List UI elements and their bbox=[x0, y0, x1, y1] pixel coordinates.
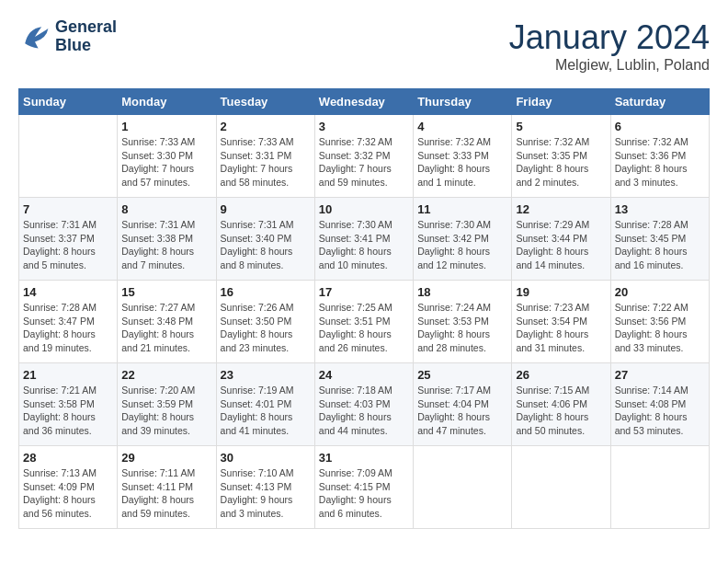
weekday-header-saturday: Saturday bbox=[610, 89, 709, 115]
calendar-cell: 18Sunrise: 7:24 AMSunset: 3:53 PMDayligh… bbox=[414, 281, 512, 363]
calendar-cell: 6Sunrise: 7:32 AMSunset: 3:36 PMDaylight… bbox=[610, 115, 709, 198]
day-number: 13 bbox=[615, 202, 705, 216]
calendar-cell: 27Sunrise: 7:14 AMSunset: 4:08 PMDayligh… bbox=[610, 363, 709, 446]
calendar-cell: 30Sunrise: 7:10 AMSunset: 4:13 PMDayligh… bbox=[216, 446, 314, 529]
day-number: 7 bbox=[23, 202, 113, 216]
weekday-header-wednesday: Wednesday bbox=[314, 89, 413, 115]
calendar-cell: 10Sunrise: 7:30 AMSunset: 3:41 PMDayligh… bbox=[314, 198, 413, 281]
calendar-cell bbox=[19, 115, 118, 198]
weekday-header-sunday: Sunday bbox=[19, 89, 118, 115]
day-number: 25 bbox=[417, 368, 507, 382]
day-number: 21 bbox=[23, 368, 113, 382]
day-number: 24 bbox=[319, 368, 409, 382]
day-number: 26 bbox=[516, 368, 606, 382]
calendar-cell: 15Sunrise: 7:27 AMSunset: 3:48 PMDayligh… bbox=[118, 281, 216, 363]
calendar-cell: 22Sunrise: 7:20 AMSunset: 3:59 PMDayligh… bbox=[118, 363, 216, 446]
calendar-cell: 25Sunrise: 7:17 AMSunset: 4:04 PMDayligh… bbox=[414, 363, 512, 446]
calendar-cell: 31Sunrise: 7:09 AMSunset: 4:15 PMDayligh… bbox=[314, 446, 413, 529]
calendar-cell: 7Sunrise: 7:31 AMSunset: 3:37 PMDaylight… bbox=[19, 198, 118, 281]
calendar-cell: 24Sunrise: 7:18 AMSunset: 4:03 PMDayligh… bbox=[314, 363, 413, 446]
cell-info: Sunrise: 7:24 AMSunset: 3:53 PMDaylight:… bbox=[417, 301, 507, 355]
cell-info: Sunrise: 7:10 AMSunset: 4:13 PMDaylight:… bbox=[221, 466, 311, 521]
day-number: 2 bbox=[221, 120, 311, 133]
calendar-cell bbox=[610, 446, 709, 529]
calendar-body: 1Sunrise: 7:33 AMSunset: 3:30 PMDaylight… bbox=[19, 115, 710, 529]
calendar-cell: 4Sunrise: 7:32 AMSunset: 3:33 PMDaylight… bbox=[414, 115, 512, 198]
cell-info: Sunrise: 7:30 AMSunset: 3:41 PMDaylight:… bbox=[319, 218, 409, 272]
weekday-header-monday: Monday bbox=[118, 89, 216, 115]
cell-info: Sunrise: 7:21 AMSunset: 3:58 PMDaylight:… bbox=[23, 384, 113, 438]
day-number: 29 bbox=[121, 451, 211, 465]
title-block: January 2024 Melgiew, Lublin, Poland bbox=[509, 18, 710, 74]
day-number: 1 bbox=[121, 120, 211, 133]
calendar-cell: 14Sunrise: 7:28 AMSunset: 3:47 PMDayligh… bbox=[19, 281, 118, 363]
calendar-cell: 19Sunrise: 7:23 AMSunset: 3:54 PMDayligh… bbox=[512, 281, 610, 363]
cell-info: Sunrise: 7:22 AMSunset: 3:56 PMDaylight:… bbox=[615, 301, 705, 355]
day-number: 20 bbox=[615, 285, 705, 299]
cell-info: Sunrise: 7:31 AMSunset: 3:40 PMDaylight:… bbox=[221, 218, 311, 272]
logo: General Blue bbox=[18, 18, 117, 55]
day-number: 17 bbox=[319, 285, 409, 299]
cell-info: Sunrise: 7:31 AMSunset: 3:38 PMDaylight:… bbox=[121, 218, 211, 272]
calendar-cell: 29Sunrise: 7:11 AMSunset: 4:11 PMDayligh… bbox=[118, 446, 216, 529]
month-title: January 2024 bbox=[509, 18, 710, 57]
day-number: 12 bbox=[516, 202, 606, 216]
cell-info: Sunrise: 7:18 AMSunset: 4:03 PMDaylight:… bbox=[319, 384, 409, 438]
calendar-cell: 3Sunrise: 7:32 AMSunset: 3:32 PMDaylight… bbox=[314, 115, 413, 198]
calendar-week-row: 14Sunrise: 7:28 AMSunset: 3:47 PMDayligh… bbox=[19, 281, 710, 363]
cell-info: Sunrise: 7:25 AMSunset: 3:51 PMDaylight:… bbox=[319, 301, 409, 355]
page-header: General Blue January 2024 Melgiew, Lubli… bbox=[18, 18, 710, 74]
logo-text: General Blue bbox=[55, 18, 117, 55]
calendar-week-row: 7Sunrise: 7:31 AMSunset: 3:37 PMDaylight… bbox=[19, 198, 710, 281]
day-number: 5 bbox=[516, 120, 606, 133]
calendar-cell: 23Sunrise: 7:19 AMSunset: 4:01 PMDayligh… bbox=[216, 363, 314, 446]
day-number: 18 bbox=[417, 285, 507, 299]
cell-info: Sunrise: 7:27 AMSunset: 3:48 PMDaylight:… bbox=[121, 301, 211, 355]
day-number: 11 bbox=[417, 202, 507, 216]
cell-info: Sunrise: 7:33 AMSunset: 3:30 PMDaylight:… bbox=[121, 135, 211, 190]
day-number: 23 bbox=[221, 368, 311, 382]
calendar-cell: 21Sunrise: 7:21 AMSunset: 3:58 PMDayligh… bbox=[19, 363, 118, 446]
calendar-cell bbox=[414, 446, 512, 529]
cell-info: Sunrise: 7:32 AMSunset: 3:36 PMDaylight:… bbox=[615, 135, 705, 190]
day-number: 15 bbox=[121, 285, 211, 299]
cell-info: Sunrise: 7:32 AMSunset: 3:32 PMDaylight:… bbox=[319, 135, 409, 190]
calendar-cell: 20Sunrise: 7:22 AMSunset: 3:56 PMDayligh… bbox=[610, 281, 709, 363]
calendar-header-row: SundayMondayTuesdayWednesdayThursdayFrid… bbox=[19, 89, 710, 115]
weekday-header-friday: Friday bbox=[512, 89, 610, 115]
day-number: 14 bbox=[23, 285, 113, 299]
cell-info: Sunrise: 7:09 AMSunset: 4:15 PMDaylight:… bbox=[319, 466, 409, 521]
calendar-cell: 16Sunrise: 7:26 AMSunset: 3:50 PMDayligh… bbox=[216, 281, 314, 363]
cell-info: Sunrise: 7:20 AMSunset: 3:59 PMDaylight:… bbox=[121, 384, 211, 438]
cell-info: Sunrise: 7:13 AMSunset: 4:09 PMDaylight:… bbox=[23, 466, 113, 521]
day-number: 3 bbox=[319, 120, 409, 133]
cell-info: Sunrise: 7:17 AMSunset: 4:04 PMDaylight:… bbox=[417, 384, 507, 438]
cell-info: Sunrise: 7:33 AMSunset: 3:31 PMDaylight:… bbox=[221, 135, 311, 190]
day-number: 30 bbox=[221, 451, 311, 465]
calendar-cell: 17Sunrise: 7:25 AMSunset: 3:51 PMDayligh… bbox=[314, 281, 413, 363]
calendar-cell: 8Sunrise: 7:31 AMSunset: 3:38 PMDaylight… bbox=[118, 198, 216, 281]
calendar-table: SundayMondayTuesdayWednesdayThursdayFrid… bbox=[18, 88, 710, 529]
cell-info: Sunrise: 7:30 AMSunset: 3:42 PMDaylight:… bbox=[417, 218, 507, 272]
weekday-header-tuesday: Tuesday bbox=[216, 89, 314, 115]
cell-info: Sunrise: 7:15 AMSunset: 4:06 PMDaylight:… bbox=[516, 384, 606, 438]
weekday-header-thursday: Thursday bbox=[414, 89, 512, 115]
location-title: Melgiew, Lublin, Poland bbox=[509, 57, 710, 74]
day-number: 28 bbox=[23, 451, 113, 465]
cell-info: Sunrise: 7:28 AMSunset: 3:45 PMDaylight:… bbox=[615, 218, 705, 272]
cell-info: Sunrise: 7:11 AMSunset: 4:11 PMDaylight:… bbox=[121, 466, 211, 521]
calendar-cell: 5Sunrise: 7:32 AMSunset: 3:35 PMDaylight… bbox=[512, 115, 610, 198]
calendar-cell: 1Sunrise: 7:33 AMSunset: 3:30 PMDaylight… bbox=[118, 115, 216, 198]
logo-icon bbox=[18, 20, 51, 53]
day-number: 10 bbox=[319, 202, 409, 216]
day-number: 31 bbox=[319, 451, 409, 465]
cell-info: Sunrise: 7:23 AMSunset: 3:54 PMDaylight:… bbox=[516, 301, 606, 355]
calendar-cell: 11Sunrise: 7:30 AMSunset: 3:42 PMDayligh… bbox=[414, 198, 512, 281]
calendar-week-row: 21Sunrise: 7:21 AMSunset: 3:58 PMDayligh… bbox=[19, 363, 710, 446]
calendar-cell bbox=[512, 446, 610, 529]
calendar-week-row: 28Sunrise: 7:13 AMSunset: 4:09 PMDayligh… bbox=[19, 446, 710, 529]
calendar-cell: 26Sunrise: 7:15 AMSunset: 4:06 PMDayligh… bbox=[512, 363, 610, 446]
calendar-cell: 9Sunrise: 7:31 AMSunset: 3:40 PMDaylight… bbox=[216, 198, 314, 281]
day-number: 27 bbox=[615, 368, 705, 382]
day-number: 8 bbox=[121, 202, 211, 216]
